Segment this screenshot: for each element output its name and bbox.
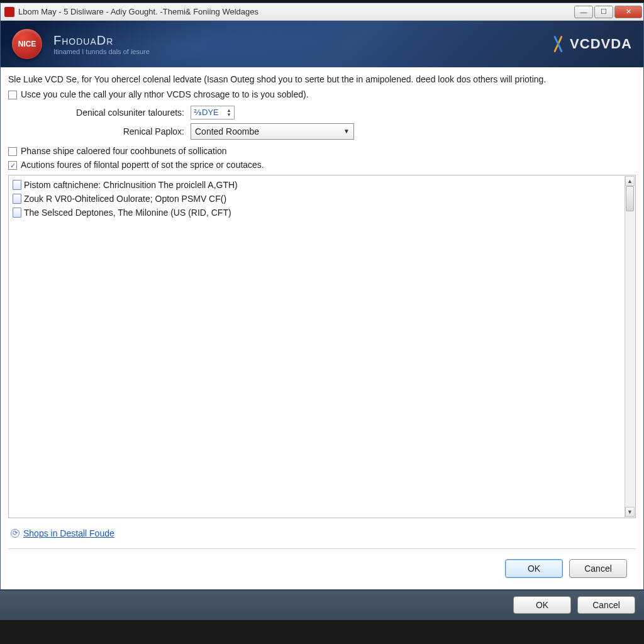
checkbox-acutions-label: Acutions foures of filontal popertt of s…	[21, 160, 264, 170]
detail-link[interactable]: Shops in Destall Foude	[23, 528, 114, 538]
dialog-window: Lbom May - 5 Disliware - Adiy Gought. -T…	[0, 3, 644, 590]
outer-footer-bar: OK Cancel	[0, 590, 644, 620]
outer-cancel-button[interactable]: Cancel	[577, 596, 635, 614]
spinner-arrows-icon[interactable]: ▲▼	[226, 108, 231, 117]
window-controls: — ☐ ✕	[574, 6, 642, 18]
separator	[8, 548, 636, 549]
spinner-label: Denical colsuniter talourets:	[33, 108, 184, 118]
combo-label: Renical Paplox:	[33, 126, 184, 136]
combo-value: Conted Roombe	[195, 126, 343, 136]
close-button[interactable]: ✕	[614, 6, 642, 18]
list-item[interactable]: Zouk R VR0-Ohiteliced Oulorate; Opton PS…	[13, 192, 624, 206]
checkbox-icon[interactable]	[8, 147, 17, 156]
list-item-label: The Selsced Deptones, The Milonine (US (…	[24, 206, 231, 219]
brand-logo-icon	[551, 35, 565, 53]
scroll-thumb[interactable]	[626, 186, 634, 211]
info-icon: ⟳	[11, 529, 19, 538]
checkbox-main-row[interactable]: Usce you cule the call your ally nthor V…	[8, 89, 636, 99]
list-item-label: Zouk R VR0-Ohiteliced Oulorate; Opton PS…	[24, 192, 226, 206]
maximize-button[interactable]: ☐	[594, 6, 613, 18]
document-icon	[13, 194, 21, 204]
ok-button[interactable]: OK	[505, 559, 563, 578]
chevron-down-icon: ▼	[343, 128, 350, 135]
paplox-combobox[interactable]: Conted Roombe ▼	[191, 123, 354, 140]
list-item-label: Pistom caftnichene: Chriclnusition The p…	[24, 178, 238, 192]
document-icon	[13, 180, 21, 190]
outer-ok-button[interactable]: OK	[513, 596, 571, 614]
app-icon	[4, 7, 14, 17]
checkbox-icon[interactable]	[8, 91, 17, 99]
titlebar[interactable]: Lbom May - 5 Disliware - Adiy Gought. -T…	[1, 3, 643, 21]
vertical-scrollbar[interactable]: ▲ ▼	[625, 176, 635, 517]
items-listbox[interactable]: Pistom caftnichene: Chriclnusition The p…	[8, 175, 636, 518]
counter-spinner[interactable]: ⅔DYE ▲▼	[191, 106, 235, 119]
nice-badge-icon: NICE	[12, 29, 42, 59]
header-banner: NICE FhoduaDr Itinamed I tunnds dals of …	[1, 21, 643, 67]
content-area: Sle Luke VCD Se, for You ohercel colenal…	[1, 67, 643, 589]
checkbox-icon[interactable]	[8, 161, 17, 170]
brand-text: VCDVDA	[570, 36, 632, 52]
cancel-button[interactable]: Cancel	[569, 559, 627, 578]
scroll-up-button[interactable]: ▲	[625, 176, 635, 186]
spinner-value: ⅔DYE	[194, 108, 226, 117]
banner-title: FhoduaDr	[53, 33, 150, 48]
checkbox-main-label: Usce you cule the call your ally nthor V…	[21, 89, 309, 99]
document-icon	[13, 208, 21, 218]
checkbox-phanse-label: Phanse shipe caloered four coohbunets of…	[21, 146, 227, 156]
list-item[interactable]: Pistom caftnichene: Chriclnusition The p…	[13, 178, 624, 192]
scroll-down-button[interactable]: ▼	[625, 507, 635, 517]
brand: VCDVDA	[551, 35, 632, 53]
banner-subtitle: Itinamed I tunnds dals of iesure	[53, 48, 150, 55]
minimize-button[interactable]: —	[574, 6, 593, 18]
window-title: Lbom May - 5 Disliware - Adiy Gought. -T…	[18, 7, 574, 16]
help-link-row: ⟳ Shops in Destall Foude	[11, 528, 636, 538]
scroll-track[interactable]	[625, 186, 635, 507]
form-grid: Denical colsuniter talourets: ⅔DYE ▲▼ Re…	[33, 106, 636, 140]
list-item[interactable]: The Selsced Deptones, The Milonine (US (…	[13, 206, 624, 219]
checkbox-acutions-row[interactable]: Acutions foures of filontal popertt of s…	[8, 160, 636, 170]
intro-text: Sle Luke VCD Se, for You ohercel colenal…	[8, 74, 636, 86]
checkbox-phanse-row[interactable]: Phanse shipe caloered four coohbunets of…	[8, 146, 636, 156]
dialog-button-row: OK Cancel	[8, 559, 636, 586]
